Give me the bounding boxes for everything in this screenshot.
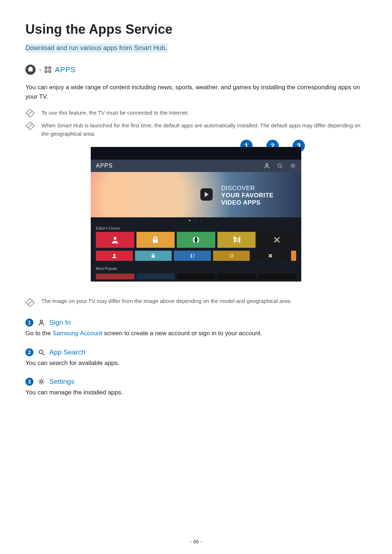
search-icon [38, 349, 45, 356]
svg-point-7 [236, 238, 239, 242]
app-tile[interactable] [258, 232, 296, 248]
svg-point-13 [39, 350, 43, 354]
svg-rect-9 [152, 256, 155, 258]
app-tile[interactable] [96, 274, 134, 279]
svg-point-1 [278, 164, 281, 167]
apps-grid-icon [45, 66, 51, 73]
app-tile[interactable] [136, 232, 175, 248]
carousel-dots[interactable]: ● ○ ○ [91, 217, 301, 223]
page-number: - 66 - [0, 539, 392, 545]
app-tile[interactable] [213, 251, 250, 261]
gear-icon [38, 378, 45, 385]
image-disclaimer: The image on your TV may differ from the… [25, 298, 367, 306]
app-tile[interactable] [217, 232, 256, 248]
home-icon[interactable] [25, 65, 36, 75]
note-icon [25, 108, 34, 118]
feature-label[interactable]: App Search [49, 348, 85, 356]
feature-heading-settings: 3 Settings [25, 378, 367, 386]
feature-label[interactable]: Settings [49, 378, 74, 386]
screenshot-apps-title: APPS [96, 163, 113, 169]
note-item: When Smart Hub is launched for the first… [25, 121, 367, 138]
app-tile[interactable] [217, 274, 256, 279]
app-tile[interactable] [96, 232, 134, 248]
intro-paragraph: You can enjoy a wide range of content in… [25, 83, 367, 102]
note-item: To use this feature, the TV must be conn… [25, 108, 367, 117]
app-tile[interactable] [291, 251, 296, 261]
feature-label[interactable]: Sign In [49, 319, 71, 327]
note-icon [25, 121, 34, 130]
callout-number: 1 [25, 319, 33, 327]
app-tile[interactable] [96, 251, 133, 261]
note-text: When Smart Hub is launched for the first… [41, 121, 367, 138]
signin-icon[interactable] [264, 163, 270, 169]
svg-point-0 [266, 164, 268, 166]
app-tile[interactable] [252, 251, 289, 261]
callout-number: 3 [25, 378, 33, 386]
svg-point-12 [40, 320, 43, 323]
svg-rect-5 [153, 239, 158, 243]
feature-description: You can search for available apps. [25, 358, 367, 368]
callout-number: 2 [25, 348, 33, 356]
editors-choice-label: Editor's Choice [91, 223, 301, 232]
page-subtitle: Download and run various apps from Smart… [25, 44, 168, 53]
page-title: Using the Apps Service [25, 22, 367, 37]
note-text: To use this feature, the TV must be conn… [41, 108, 189, 117]
svg-line-14 [42, 353, 44, 355]
feature-description: Go to the Samsung Account screen to crea… [25, 329, 367, 338]
app-tile[interactable] [177, 274, 215, 279]
note-icon [25, 298, 34, 307]
play-icon[interactable] [200, 188, 213, 201]
note-text: The image on your TV may differ from the… [41, 298, 292, 304]
svg-point-8 [113, 254, 115, 256]
feature-heading-signin: 1 Sign In [25, 319, 367, 327]
app-tile[interactable] [136, 274, 175, 279]
search-icon[interactable] [277, 163, 283, 169]
app-tile[interactable] [177, 232, 215, 248]
samsung-account-link[interactable]: Samsung Account [53, 330, 102, 337]
most-popular-label: Most Popular [91, 264, 301, 272]
chevron-right-icon: › [39, 66, 41, 73]
svg-point-11 [230, 254, 233, 257]
banner-text: DISCOVER YOUR FAVORITE VIDEO APPS [221, 185, 274, 206]
feature-heading-appsearch: 2 App Search [25, 348, 367, 356]
svg-point-15 [40, 381, 43, 383]
screenshot-figure: 1 2 3 APPS [91, 147, 301, 282]
svg-point-3 [292, 165, 294, 167]
breadcrumb-apps-label[interactable]: APPS [55, 66, 75, 74]
svg-line-2 [281, 167, 282, 168]
feature-description: You can manage the installed apps. [25, 388, 367, 397]
breadcrumb: › APPS [25, 65, 367, 75]
app-tile[interactable] [258, 274, 296, 279]
app-tile[interactable] [135, 251, 172, 261]
gear-icon[interactable] [290, 163, 296, 169]
app-tile[interactable] [174, 251, 211, 261]
person-icon [38, 319, 45, 326]
svg-point-4 [114, 237, 117, 240]
